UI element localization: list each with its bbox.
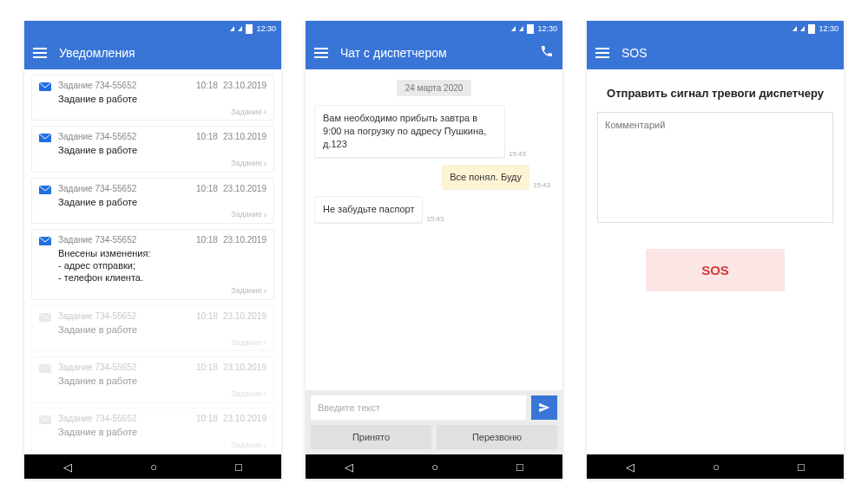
- notif-time: 10:18: [196, 414, 218, 423]
- mail-icon: [39, 364, 51, 373]
- notif-type: Задание: [231, 389, 262, 398]
- notif-type: Задание: [231, 338, 262, 347]
- nav-back[interactable]: ◁: [63, 461, 72, 474]
- menu-icon[interactable]: [595, 48, 609, 58]
- notif-date: 23.10.2019: [223, 81, 266, 90]
- notif-time: 10:18: [196, 132, 218, 141]
- chat-input[interactable]: [311, 395, 526, 420]
- app-bar: Чат с диспетчером: [306, 36, 562, 69]
- nav-home[interactable]: ○: [713, 461, 720, 474]
- status-time: 12:30: [819, 24, 838, 33]
- menu-icon[interactable]: [33, 48, 47, 58]
- notif-type: Задание: [231, 108, 262, 116]
- notif-time: 10:18: [196, 81, 218, 90]
- quick-reply-accept[interactable]: Принято: [311, 425, 431, 449]
- status-bar: 12:30: [24, 21, 281, 36]
- notif-body: Задание в работе: [58, 144, 266, 156]
- notification-card[interactable]: Задание 734-5565210:1823.10.2019Внесены …: [31, 229, 274, 300]
- call-icon[interactable]: [540, 44, 554, 62]
- phone-notifications: 12:30 Уведомления Задание 734-5565210:18…: [24, 21, 281, 479]
- notif-type: Задание: [231, 441, 262, 449]
- notif-date: 23.10.2019: [223, 363, 266, 372]
- mail-icon: [39, 134, 51, 142]
- nav-back[interactable]: ◁: [626, 461, 635, 474]
- notif-type: Задание: [231, 210, 262, 219]
- android-navbar: ◁ ○ □: [306, 454, 562, 479]
- notif-type: Задание: [231, 286, 262, 295]
- notif-time: 10:18: [196, 311, 218, 321]
- nav-back[interactable]: ◁: [345, 461, 353, 474]
- sos-heading: Отправить сигнал тревоги диспетчеру: [597, 87, 833, 100]
- notif-title: Задание 734-55652: [58, 311, 196, 321]
- nav-recent[interactable]: □: [798, 461, 805, 474]
- notif-body: Задание в работе: [58, 375, 266, 387]
- page-title: Чат с диспетчером: [340, 46, 447, 60]
- message-time: 15:43: [533, 181, 550, 189]
- quick-reply-callback[interactable]: Перезвоню: [437, 425, 557, 449]
- status-bar: 12:30: [306, 21, 562, 36]
- notification-card[interactable]: Задание 734-5565210:1823.10.2019Задание …: [31, 356, 274, 402]
- message-bubble: Не забудьте паспорт: [314, 196, 423, 223]
- sos-button[interactable]: SOS: [646, 249, 785, 291]
- notif-body: Задание в работе: [58, 426, 266, 438]
- signal-icon-2: [800, 26, 805, 31]
- notif-title: Задание 734-55652: [58, 235, 196, 245]
- notif-time: 10:18: [196, 235, 218, 245]
- phone-sos: 12:30 SOS Отправить сигнал тревоги диспе…: [587, 21, 844, 479]
- mail-icon: [39, 186, 51, 194]
- nav-recent[interactable]: □: [235, 461, 242, 474]
- status-time: 12:30: [537, 24, 557, 33]
- notifications-content: Задание 734-5565210:1823.10.2019Задание …: [24, 69, 281, 454]
- signal-icon: [792, 26, 797, 31]
- notif-body: Внесены изменения: - адрес отправки; - т…: [58, 247, 266, 284]
- message-row: Не забудьте паспорт15:43: [314, 196, 554, 223]
- app-bar: Уведомления: [24, 36, 281, 69]
- sos-comment-input[interactable]: [597, 112, 833, 223]
- notif-date: 23.10.2019: [223, 184, 266, 193]
- chevron-right-icon: ›: [264, 389, 266, 398]
- notif-body: Задание в работе: [58, 196, 266, 208]
- mail-icon: [39, 237, 51, 245]
- chevron-right-icon: ›: [264, 286, 266, 296]
- app-bar: SOS: [587, 36, 844, 69]
- notification-card[interactable]: Задание 734-5565210:1823.10.2019Задание …: [31, 408, 274, 454]
- message-row: Вам необходимо прибыть завтра в 9:00 на …: [314, 105, 554, 158]
- status-time: 12:30: [256, 24, 276, 33]
- signal-icon-2: [519, 26, 523, 31]
- notification-card[interactable]: Задание 734-5565210:1823.10.2019Задание …: [31, 178, 274, 224]
- nav-home[interactable]: ○: [431, 461, 438, 474]
- page-title: SOS: [621, 46, 648, 60]
- chevron-right-icon: ›: [264, 107, 266, 116]
- notif-time: 10:18: [196, 184, 218, 193]
- notif-body: Задание в работе: [58, 323, 266, 336]
- notif-date: 23.10.2019: [223, 132, 266, 141]
- notif-title: Задание 734-55652: [58, 132, 196, 141]
- notif-date: 23.10.2019: [223, 414, 266, 423]
- nav-recent[interactable]: □: [516, 461, 523, 474]
- notif-title: Задание 734-55652: [58, 81, 196, 90]
- message-bubble: Все понял. Буду: [442, 165, 529, 190]
- signal-icon: [511, 26, 516, 31]
- notif-title: Задание 734-55652: [58, 414, 196, 423]
- mail-icon: [39, 313, 51, 322]
- notification-card[interactable]: Задание 734-5565210:1823.10.2019Задание …: [31, 305, 274, 351]
- chevron-right-icon: ›: [264, 337, 266, 347]
- notif-time: 10:18: [196, 363, 218, 372]
- signal-icon: [230, 26, 234, 31]
- nav-home[interactable]: ○: [150, 461, 157, 474]
- message-bubble: Вам необходимо прибыть завтра в 9:00 на …: [314, 105, 505, 158]
- chat-input-area: Принято Перезвоню: [306, 390, 562, 454]
- send-button[interactable]: [531, 395, 557, 420]
- battery-icon: [246, 24, 253, 34]
- mail-icon: [39, 82, 51, 91]
- notification-card[interactable]: Задание 734-5565210:1823.10.2019Задание …: [31, 75, 274, 121]
- chevron-right-icon: ›: [264, 159, 266, 168]
- phone-chat: 12:30 Чат с диспетчером 24 марта 2020 Ва…: [306, 21, 562, 479]
- notif-title: Задание 734-55652: [58, 184, 196, 193]
- menu-icon[interactable]: [314, 48, 328, 58]
- android-navbar: ◁ ○ □: [24, 454, 281, 479]
- message-time: 15:43: [509, 150, 526, 158]
- notif-title: Задание 734-55652: [58, 363, 196, 372]
- notification-card[interactable]: Задание 734-5565210:1823.10.2019Задание …: [31, 126, 274, 172]
- notif-type: Задание: [231, 159, 262, 167]
